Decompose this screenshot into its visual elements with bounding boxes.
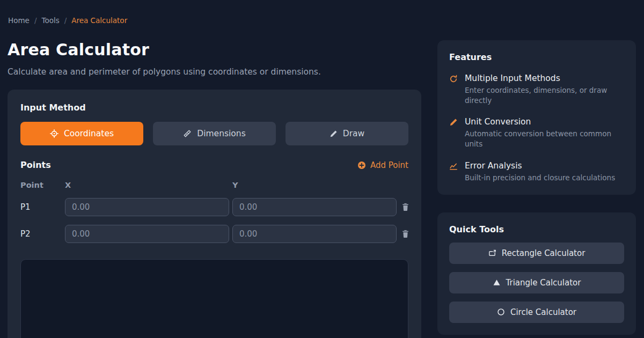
- column-point: Point: [20, 181, 62, 189]
- page-subtitle: Calculate area and perimeter of polygons…: [8, 67, 421, 77]
- quick-tools-panel: Quick Tools Rectangle Calculator Triangl…: [437, 212, 636, 335]
- tab-draw[interactable]: Draw: [286, 122, 408, 145]
- breadcrumb-tools[interactable]: Tools: [41, 16, 59, 25]
- input-method-heading: Input Method: [20, 102, 408, 113]
- circle-calculator-button[interactable]: Circle Calculator: [449, 302, 624, 323]
- p2-y-input[interactable]: [232, 225, 397, 243]
- trash-icon: [402, 204, 409, 212]
- tab-label: Coordinates: [64, 129, 114, 138]
- breadcrumb: Home / Tools / Area Calculator: [8, 16, 421, 25]
- ruler-icon: [183, 129, 192, 138]
- feature-description: Built-in precision and closure calculati…: [465, 173, 615, 183]
- point-row-p2: P2: [20, 225, 408, 243]
- trash-icon: [402, 231, 409, 239]
- point-row-p1: P1: [20, 198, 408, 216]
- p1-x-input[interactable]: [65, 198, 229, 216]
- tool-label: Circle Calculator: [510, 307, 576, 317]
- p1-y-input[interactable]: [232, 198, 397, 216]
- tab-label: Dimensions: [197, 129, 245, 138]
- feature-title: Multiple Input Methods: [465, 74, 624, 83]
- point-label: P2: [20, 229, 62, 239]
- points-heading: Points: [20, 160, 51, 170]
- chart-icon: [449, 162, 458, 183]
- features-heading: Features: [449, 52, 624, 62]
- breadcrumb-separator: /: [64, 16, 67, 25]
- crosshair-icon: [50, 129, 58, 138]
- add-point-label: Add Point: [370, 160, 408, 170]
- pencil-icon: [449, 118, 458, 149]
- points-table-header: Point X Y: [20, 181, 408, 189]
- feature-error-analysis: Error Analysis Built-in precision and cl…: [449, 161, 624, 183]
- page-title: Area Calculator: [8, 40, 421, 59]
- feature-unit-conversion: Unit Conversion Automatic conversion bet…: [449, 117, 624, 149]
- tool-label: Rectangle Calculator: [502, 248, 586, 258]
- rectangle-calculator-button[interactable]: Rectangle Calculator: [449, 243, 624, 264]
- breadcrumb-current: Area Calculator: [71, 16, 127, 25]
- column-y: Y: [232, 181, 397, 189]
- triangle-icon: [493, 278, 501, 286]
- feature-title: Error Analysis: [465, 161, 615, 171]
- plus-circle-icon: [357, 161, 366, 170]
- breadcrumb-separator: /: [34, 16, 37, 25]
- rectangle-icon: [488, 249, 496, 257]
- tool-label: Triangle Calculator: [506, 278, 581, 288]
- feature-title: Unit Conversion: [465, 117, 624, 127]
- p2-x-input[interactable]: [65, 225, 229, 243]
- quick-tools-heading: Quick Tools: [449, 224, 624, 234]
- add-point-button[interactable]: Add Point: [357, 160, 408, 170]
- breadcrumb-home[interactable]: Home: [8, 16, 30, 25]
- point-label: P1: [20, 202, 62, 212]
- circle-icon: [497, 308, 505, 316]
- tab-coordinates[interactable]: Coordinates: [20, 122, 143, 145]
- delete-point-button[interactable]: [400, 202, 411, 212]
- tab-label: Draw: [343, 129, 364, 138]
- pencil-icon: [330, 130, 338, 138]
- delete-point-button[interactable]: [400, 229, 411, 239]
- triangle-calculator-button[interactable]: Triangle Calculator: [449, 272, 624, 293]
- sidebar: Features Multiple Input Methods Enter co…: [437, 40, 636, 335]
- tab-dimensions[interactable]: Dimensions: [153, 122, 276, 145]
- rotate-icon: [449, 75, 458, 106]
- feature-multiple-input-methods: Multiple Input Methods Enter coordinates…: [449, 74, 624, 106]
- feature-description: Enter coordinates, dimensions, or draw d…: [465, 85, 624, 106]
- input-method-tabs: Coordinates Dimensions D: [20, 122, 408, 145]
- calculator-card: Input Method Coordinates: [8, 90, 421, 338]
- column-x: X: [65, 181, 229, 189]
- polygon-preview-canvas[interactable]: [20, 259, 408, 338]
- feature-description: Automatic conversion between common unit…: [465, 129, 624, 149]
- main-column: Home / Tools / Area Calculator Area Calc…: [8, 16, 421, 338]
- features-panel: Features Multiple Input Methods Enter co…: [437, 40, 636, 195]
